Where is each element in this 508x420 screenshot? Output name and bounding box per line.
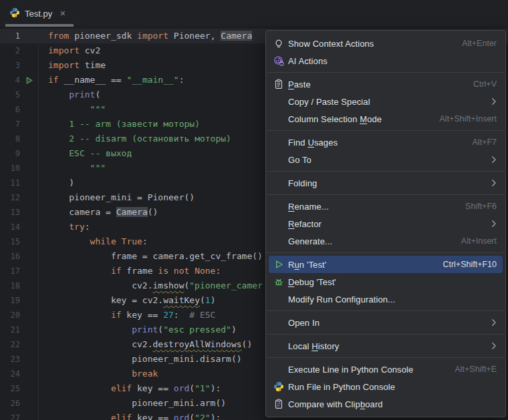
shortcut-label: Ctrl+V (473, 79, 497, 89)
close-icon[interactable]: ✕ (59, 10, 66, 17)
menu-item-debug-test[interactable]: Debug 'Test' (269, 273, 503, 290)
code-text: from pioneer_sdk import Pioneer, Camera (38, 29, 252, 43)
line-number: 23 (0, 352, 20, 367)
line-number: 6 (0, 102, 20, 117)
menu-separator (267, 171, 505, 172)
menu-item-run-file-in-python-console[interactable]: Run File in Python Console (269, 378, 503, 395)
code-text: elif key == ord("2"): (38, 411, 221, 420)
icon-slot (273, 294, 284, 304)
line-number: 25 (0, 381, 20, 396)
menu-item-label: AI Actions (288, 56, 328, 66)
line-number: 21 (0, 323, 20, 337)
code-text: cv2.destroyAllWindows() (38, 337, 252, 352)
menu-item-rename[interactable]: Rename...Shift+F6 (269, 198, 503, 215)
submenu-chevron-icon (491, 156, 497, 164)
gutter-space (20, 146, 38, 161)
menu-item-paste[interactable]: PasteCtrl+V (269, 75, 503, 93)
code-text: if __name__ == "__main__": (38, 73, 184, 87)
menu-item-execute-line-in-python-console[interactable]: Execute Line in Python ConsoleAlt+Shift+… (269, 361, 503, 378)
menu-item-label: Open In (288, 318, 320, 328)
menu-item-refactor[interactable]: Refactor (269, 215, 503, 232)
tab-bar: Test.py ✕ (0, 0, 508, 27)
shortcut-label: Alt+Enter (462, 39, 497, 48)
tab-test-py[interactable]: Test.py ✕ (5, 0, 74, 27)
line-number: 19 (0, 293, 20, 308)
menu-item-label: Find Usages (288, 138, 338, 148)
code-text: """ (38, 161, 106, 176)
menu-separator (267, 252, 505, 253)
code-text: pioneer_mini.disarm() (38, 352, 242, 367)
line-number: 26 (0, 396, 20, 411)
menu-item-ai-actions[interactable]: AI Actions (269, 52, 503, 69)
gutter-space (20, 367, 38, 381)
menu-item-compare-with-clipboard[interactable]: Compare with Clipboard (269, 395, 503, 413)
gutter-space (20, 396, 38, 411)
gutter-space (20, 411, 38, 420)
menu-item-label: Show Context Actions (288, 39, 374, 49)
line-number: 14 (0, 220, 20, 234)
gutter-space (20, 352, 38, 367)
icon-slot (273, 178, 284, 188)
gutter-space (20, 176, 38, 190)
run-gutter-icon[interactable] (20, 73, 38, 87)
shortcut-label: Ctrl+Shift+F10 (442, 260, 497, 269)
menu-item-show-context-actions[interactable]: Show Context ActionsAlt+Enter (269, 35, 503, 52)
line-number: 13 (0, 205, 20, 220)
line-number: 7 (0, 117, 20, 132)
menu-item-copy-paste-special[interactable]: Copy / Paste Special (269, 93, 503, 110)
icon-slot (273, 364, 284, 375)
code-text: if key == 27: # ESC (38, 308, 215, 323)
gutter-space (20, 264, 38, 278)
menu-item-generate[interactable]: Generate...Alt+Insert (269, 232, 503, 250)
icon-slot (273, 96, 284, 107)
gutter-space (20, 43, 38, 58)
context-menu: Show Context ActionsAlt+EnterAI ActionsP… (265, 30, 506, 417)
menu-item-label: Folding (288, 178, 317, 188)
menu-item-label: Refactor (288, 219, 322, 229)
line-number: 20 (0, 308, 20, 323)
menu-item-label: Go To (288, 155, 311, 165)
code-text: 2 -- disarm (остановить моторы) (38, 132, 231, 146)
menu-item-label: Copy / Paste Special (288, 97, 370, 107)
run-icon (273, 259, 284, 270)
line-number: 15 (0, 234, 20, 249)
gutter-space (20, 190, 38, 205)
menu-separator (267, 130, 505, 131)
line-number: 3 (0, 58, 20, 73)
code-text: elif key == ord("1"): (38, 381, 221, 396)
menu-item-label: Column Selection Mode (288, 114, 382, 124)
menu-item-open-in[interactable]: Open In (269, 314, 503, 331)
menu-item-find-usages[interactable]: Find UsagesAlt+F7 (269, 134, 503, 151)
line-number: 16 (0, 249, 20, 264)
menu-item-modify-run-configuration[interactable]: Modify Run Configuration... (269, 290, 503, 308)
code-text: break (38, 367, 158, 381)
menu-item-folding[interactable]: Folding (269, 174, 503, 192)
menu-separator (267, 72, 505, 73)
submenu-chevron-icon (491, 179, 497, 187)
code-text: if frame is not None: (38, 264, 221, 278)
menu-item-label: Debug 'Test' (288, 277, 336, 287)
menu-item-run-test[interactable]: Run 'Test'Ctrl+Shift+F10 (269, 256, 503, 273)
debug-icon (273, 276, 284, 287)
gutter-space (20, 87, 38, 102)
gutter-space (20, 337, 38, 352)
icon-slot (273, 218, 284, 229)
submenu-chevron-icon (491, 220, 497, 228)
menu-item-label: Execute Line in Python Console (288, 365, 413, 375)
menu-item-go-to[interactable]: Go To (269, 151, 503, 168)
ai-actions-icon (273, 55, 284, 66)
line-number: 1 (0, 29, 20, 43)
gutter-space (20, 308, 38, 323)
code-text: 1 -- arm (завести моторы) (38, 117, 200, 132)
paste-icon (273, 79, 284, 89)
shortcut-label: Shift+F6 (465, 202, 497, 211)
gutter-space (20, 161, 38, 176)
code-text: pioneer_mini = Pioneer() (38, 190, 195, 205)
code-text: print("esc pressed") (38, 323, 237, 337)
submenu-chevron-icon (491, 97, 497, 106)
menu-item-column-selection-mode[interactable]: Column Selection ModeAlt+Shift+Insert (269, 110, 503, 128)
code-text: ) (38, 176, 74, 190)
menu-item-local-history[interactable]: Local History (269, 337, 503, 355)
menu-item-label: Rename... (288, 202, 329, 212)
gutter-space (20, 249, 38, 264)
